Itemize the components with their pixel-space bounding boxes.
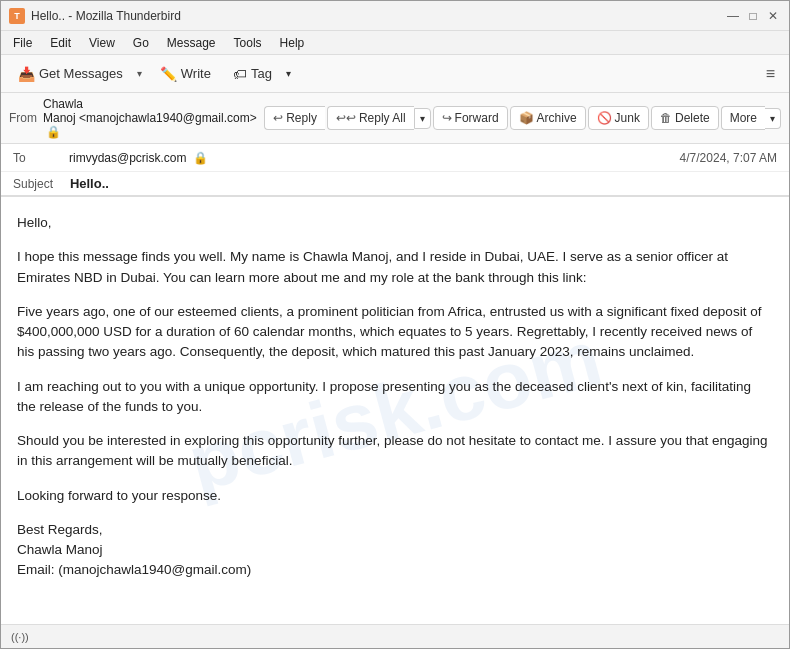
archive-icon: 📦 xyxy=(519,111,534,125)
reply-all-button[interactable]: ↩↩ Reply All xyxy=(327,106,414,130)
menu-edit[interactable]: Edit xyxy=(42,34,79,52)
reply-all-group: ↩↩ Reply All ▾ xyxy=(327,106,431,130)
get-messages-group: 📥 Get Messages ▾ xyxy=(9,61,147,87)
status-bar: ((·)) xyxy=(1,624,789,648)
menu-message[interactable]: Message xyxy=(159,34,224,52)
reply-group: ↩ Reply xyxy=(264,106,325,130)
to-label: To xyxy=(13,151,63,165)
delete-button[interactable]: 🗑 Delete xyxy=(651,106,719,130)
title-bar-left: T Hello.. - Mozilla Thunderbird xyxy=(9,8,181,24)
write-button[interactable]: ✏️ Write xyxy=(151,61,220,87)
forward-button[interactable]: ↪ Forward xyxy=(433,106,508,130)
tag-dropdown[interactable]: ▾ xyxy=(281,64,296,83)
more-group: More ▾ xyxy=(721,106,781,130)
tag-button[interactable]: 🏷 Tag xyxy=(224,61,281,87)
forward-icon: ↪ xyxy=(442,111,452,125)
write-icon: ✏️ xyxy=(160,66,177,82)
menu-file[interactable]: File xyxy=(5,34,40,52)
subject-label: Subject xyxy=(13,177,53,191)
email-body: pcrisk.com Hello, I hope this message fi… xyxy=(1,197,789,624)
close-button[interactable]: ✕ xyxy=(765,8,781,24)
body-paragraph-3: I am reaching out to you with a unique o… xyxy=(17,377,773,418)
junk-icon: 🚫 xyxy=(597,111,612,125)
to-value: rimvydas@pcrisk.com 🔒 xyxy=(69,151,680,165)
subject-row: Subject Hello.. xyxy=(1,172,789,196)
more-button[interactable]: More xyxy=(721,106,765,130)
maximize-button[interactable]: □ xyxy=(745,8,761,24)
more-dropdown[interactable]: ▾ xyxy=(765,108,781,129)
email-content: Hello, I hope this message finds you wel… xyxy=(17,213,773,581)
reply-all-icon: ↩↩ xyxy=(336,111,356,125)
window-controls: — □ ✕ xyxy=(725,8,781,24)
reply-all-dropdown[interactable]: ▾ xyxy=(414,108,431,129)
menu-view[interactable]: View xyxy=(81,34,123,52)
body-paragraph-2: Five years ago, one of our esteemed clie… xyxy=(17,302,773,363)
menu-help[interactable]: Help xyxy=(272,34,313,52)
get-messages-button[interactable]: 📥 Get Messages xyxy=(9,61,132,87)
reply-button[interactable]: ↩ Reply xyxy=(264,106,325,130)
menu-go[interactable]: Go xyxy=(125,34,157,52)
tag-group: 🏷 Tag ▾ xyxy=(224,61,296,87)
menu-tools[interactable]: Tools xyxy=(226,34,270,52)
from-action-label: From xyxy=(9,111,37,125)
archive-button[interactable]: 📦 Archive xyxy=(510,106,586,130)
from-action-value: Chawla Manoj <manojchawla1940@gmail.com>… xyxy=(43,97,262,139)
toolbar: 📥 Get Messages ▾ ✏️ Write 🏷 Tag ▾ ≡ xyxy=(1,55,789,93)
get-messages-icon: 📥 xyxy=(18,66,35,82)
minimize-button[interactable]: — xyxy=(725,8,741,24)
title-bar: T Hello.. - Mozilla Thunderbird — □ ✕ xyxy=(1,1,789,31)
to-row: To rimvydas@pcrisk.com 🔒 4/7/2024, 7:07 … xyxy=(1,144,789,172)
delete-icon: 🗑 xyxy=(660,111,672,125)
body-paragraph-4: Should you be interested in exploring th… xyxy=(17,431,773,472)
tag-icon: 🏷 xyxy=(233,66,247,82)
menu-bar: File Edit View Go Message Tools Help xyxy=(1,31,789,55)
reply-icon: ↩ xyxy=(273,111,283,125)
email-date: 4/7/2024, 7:07 AM xyxy=(680,151,777,165)
hamburger-menu[interactable]: ≡ xyxy=(760,61,781,87)
body-greeting: Hello, xyxy=(17,213,773,233)
main-window: T Hello.. - Mozilla Thunderbird — □ ✕ Fi… xyxy=(0,0,790,649)
body-email: Email: (manojchawla1940@gmail.com) xyxy=(17,562,251,577)
action-bar: From Chawla Manoj <manojchawla1940@gmail… xyxy=(1,93,789,144)
get-messages-dropdown[interactable]: ▾ xyxy=(132,64,147,83)
window-title: Hello.. - Mozilla Thunderbird xyxy=(31,9,181,23)
body-paragraph-5: Looking forward to your response. xyxy=(17,486,773,506)
email-header: From Chawla Manoj <manojchawla1940@gmail… xyxy=(1,93,789,197)
subject-value: Hello.. xyxy=(70,176,109,191)
body-paragraph-1: I hope this message finds you well. My n… xyxy=(17,247,773,288)
body-closing: Best Regards, Chawla Manoj Email: (manoj… xyxy=(17,520,773,581)
status-icon: ((·)) xyxy=(11,631,29,643)
app-icon: T xyxy=(9,8,25,24)
junk-button[interactable]: 🚫 Junk xyxy=(588,106,649,130)
body-name: Chawla Manoj xyxy=(17,542,103,557)
